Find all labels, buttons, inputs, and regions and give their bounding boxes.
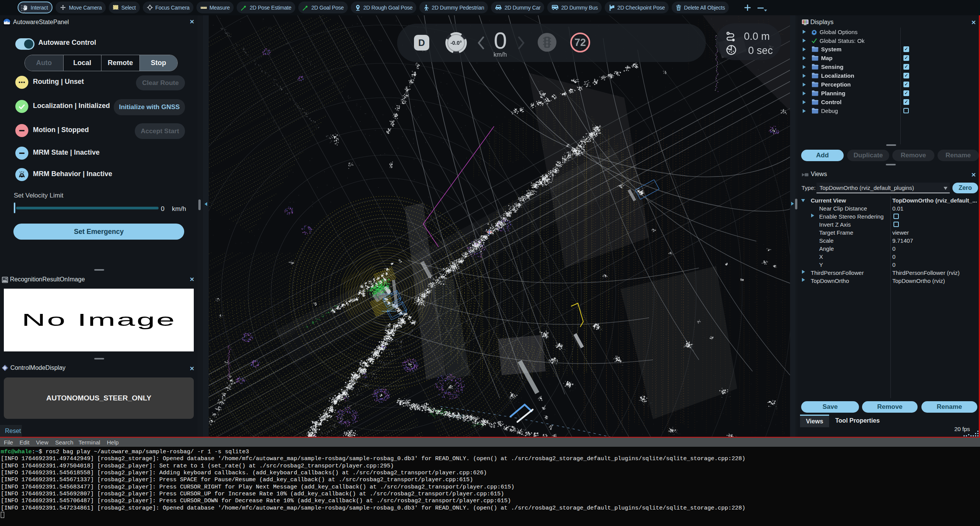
svg-text:-0.0°: -0.0° (450, 40, 462, 46)
